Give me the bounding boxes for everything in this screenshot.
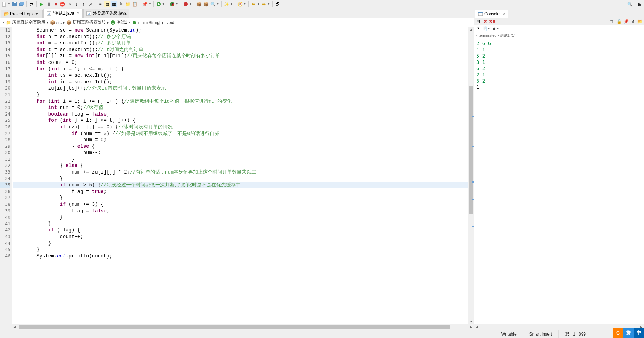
dropdown-icon[interactable]: ▼ <box>257 2 260 6</box>
folder-icon: 📂 <box>4 11 9 16</box>
nav-icon[interactable]: 🧭 <box>237 1 243 7</box>
resume-icon[interactable]: ▶ <box>39 1 44 7</box>
step-over-icon[interactable]: ↷ <box>67 1 72 7</box>
dropdown-icon[interactable]: ▼ <box>149 2 151 6</box>
code-area[interactable]: Scanner sc = new Scanner(System.in); int… <box>12 27 474 324</box>
pause-icon[interactable]: ⏸ <box>46 1 51 7</box>
scroll-left-icon[interactable]: ◀ <box>13 325 16 329</box>
editor[interactable]: 1112131415161718192021222324252627282930… <box>0 27 474 324</box>
console-icon <box>478 11 483 16</box>
svg-point-17 <box>133 21 136 24</box>
separator <box>181 1 181 7</box>
switch-icon[interactable]: ⇄ <box>29 1 34 7</box>
remove-all-icon[interactable]: ✖✖ <box>490 19 495 24</box>
console-select-icon[interactable]: 🖥 <box>491 26 496 31</box>
chevron-icon[interactable]: ▸ <box>3 20 5 24</box>
breadcrumb-item[interactable]: 历届真题省赛阶段 <box>73 19 106 25</box>
horizontal-scrollbar[interactable]: ◀ ▶ <box>0 324 474 330</box>
search-icon[interactable]: 🔍 <box>627 1 633 7</box>
console-output[interactable]: 2 6 61 15 23 16 22 16 21 <box>474 39 644 324</box>
separator <box>167 1 167 7</box>
ime-indicator[interactable]: G 拼 中 <box>613 328 644 338</box>
display-icon[interactable]: 🖥 <box>630 19 636 24</box>
stop-icon[interactable]: ■ <box>53 1 58 7</box>
package-icon[interactable]: 📦 <box>196 1 202 7</box>
dropdown-icon[interactable]: ▼ <box>487 27 490 30</box>
dropdown-icon[interactable]: ▼ <box>162 2 165 6</box>
separator <box>194 1 194 7</box>
ime-zh-badge[interactable]: 中 <box>634 328 644 338</box>
overview-ruler <box>472 27 474 324</box>
separator <box>153 1 154 7</box>
tab-project-explorer[interactable]: 📂 Project Explorer <box>1 10 43 18</box>
svg-text:C: C <box>112 21 114 24</box>
breadcrumb-item[interactable]: 历届真题省赛阶段 <box>12 19 45 25</box>
class-icon: C <box>110 20 115 25</box>
save-icon[interactable] <box>12 1 17 7</box>
pin-icon[interactable]: 📌 <box>142 1 148 7</box>
dropdown-icon[interactable]: ▼ <box>176 2 178 6</box>
svg-text:J: J <box>88 12 90 16</box>
launch-icon[interactable]: 🗗 <box>275 1 280 7</box>
forward-icon[interactable]: ➡ <box>261 1 267 7</box>
clear-icon[interactable]: 🗑 <box>609 19 615 24</box>
separator <box>26 1 27 7</box>
step-return-icon[interactable]: ↗ <box>87 1 93 7</box>
close-icon[interactable]: ✕ <box>502 12 505 16</box>
scroll-lock-icon[interactable]: 🔒 <box>616 19 622 24</box>
disconnect-icon[interactable]: ⛔ <box>60 1 65 7</box>
step-into-icon[interactable]: ↓ <box>74 1 79 7</box>
mark-icon[interactable]: ▦ <box>111 1 117 7</box>
task-icon[interactable]: 📋 <box>132 1 138 7</box>
dropdown-icon[interactable]: ▼ <box>267 2 270 6</box>
search2-icon[interactable]: 🔍 <box>210 1 216 7</box>
open-console-icon[interactable]: 📂 <box>637 19 643 24</box>
svg-rect-3 <box>14 2 16 3</box>
terminate-all-icon[interactable]: ⊟ <box>476 19 481 24</box>
pin-console-icon[interactable]: 📌 <box>623 19 629 24</box>
console-panel: Console ✕ ⊟ ✖ ✖✖ 🗑 🔒 📌 🖥 📂 ▼ 📄 ▼ 🖥 ▼ <box>474 8 644 330</box>
perspective-icon[interactable]: ⊞ <box>637 1 643 7</box>
console-toolbar-2: ▼ 📄 ▼ 🖥 ▼ <box>474 25 644 32</box>
dropdown-icon[interactable]: ▼ <box>8 2 10 6</box>
align-icon[interactable]: ≡ <box>98 1 103 7</box>
dropdown-icon[interactable]: ▼ <box>230 2 233 6</box>
editor-panel: 📂 Project Explorer J *测试1.java ✕ J 外卖店优先… <box>0 8 474 330</box>
scroll-right-icon[interactable]: ▶ <box>470 325 472 329</box>
dropdown-icon[interactable]: ▼ <box>217 2 219 6</box>
svg-rect-19 <box>478 12 483 13</box>
breadcrumb-item[interactable]: main(String[]) : void <box>138 20 174 25</box>
saveall-icon[interactable] <box>19 1 24 7</box>
dropdown-icon[interactable]: ▼ <box>496 27 499 30</box>
folder-icon[interactable]: 📁 <box>125 1 131 7</box>
tab-file-1[interactable]: J *测试1.java ✕ <box>43 9 83 18</box>
external-run-icon[interactable] <box>183 1 189 7</box>
tab-file-2[interactable]: J 外卖店优先级.java <box>83 9 129 18</box>
block-icon[interactable]: ▤ <box>104 1 110 7</box>
package2-icon[interactable]: 📦 <box>203 1 209 7</box>
debug-icon[interactable]: 🐞 <box>169 1 175 7</box>
java-file-icon: J <box>86 11 91 16</box>
breadcrumb-item[interactable]: src <box>56 20 62 25</box>
dropdown-icon[interactable]: ▼ <box>189 2 192 6</box>
dropdown-icon[interactable]: ▼ <box>476 26 481 31</box>
breadcrumb: ▸ 📁 历届真题省赛阶段 ▸ 📦 src ▸ 📦 历届真题省赛阶段 ▸ C 测试… <box>0 18 474 27</box>
ime-pin-badge[interactable]: 拼 <box>623 328 634 338</box>
breadcrumb-item[interactable]: 测试1 <box>117 19 127 25</box>
package-icon: 📦 <box>66 20 71 25</box>
wand-icon[interactable]: ✨ <box>224 1 229 7</box>
ime-g-badge[interactable]: G <box>613 328 623 338</box>
dropdown-icon[interactable]: ▼ <box>243 2 246 6</box>
tab-console[interactable]: Console ✕ <box>475 10 508 18</box>
back-icon[interactable]: ⬅ <box>251 1 256 7</box>
scroll-thumb[interactable] <box>19 325 450 329</box>
console-menu-icon[interactable]: 📄 <box>482 26 487 31</box>
scroll-left-icon[interactable]: ◀ <box>476 325 478 329</box>
separator <box>272 1 273 7</box>
remove-icon[interactable]: ✖ <box>483 19 488 24</box>
new-icon[interactable] <box>1 1 7 7</box>
edit-icon[interactable]: ✎ <box>118 1 124 7</box>
run-icon[interactable] <box>156 1 161 7</box>
close-icon[interactable]: ✕ <box>77 11 80 15</box>
step-out-icon[interactable]: ↑ <box>81 1 86 7</box>
